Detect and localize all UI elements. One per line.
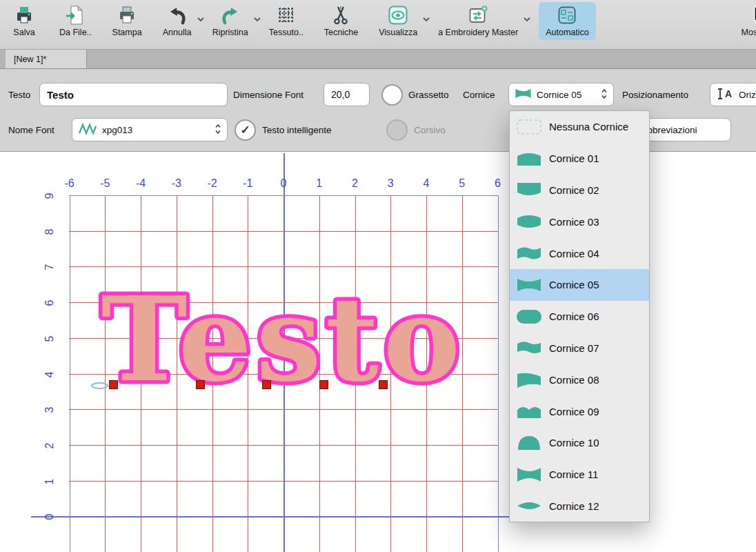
- frame-shape-icon: [515, 118, 543, 136]
- menu-item-label: Cornice 11: [549, 469, 598, 480]
- y-axis-tick-label: 3: [43, 407, 56, 413]
- toolbar-item-label: Annulla: [163, 28, 192, 37]
- frame-label: Cornice: [463, 83, 495, 108]
- toolbar-item-salva[interactable]: Salva: [10, 5, 39, 37]
- smart-text-label: Testo intelligente: [262, 118, 332, 143]
- menu-item-label: Cornice 04: [549, 248, 599, 259]
- frame-shape-icon: [515, 434, 543, 452]
- toolbar-item-da-file[interactable]: Da File..: [59, 5, 92, 37]
- stitch-point-marker[interactable]: [319, 380, 328, 389]
- font-select[interactable]: xpg013: [72, 118, 228, 141]
- menu-item-cornice-04[interactable]: Cornice 04: [510, 237, 649, 269]
- toolbar-item-label: Visualizza: [379, 28, 417, 37]
- toolbar-item-label: Stampa: [112, 28, 142, 37]
- y-axis-tick-label: 9: [43, 193, 56, 199]
- x-axis-tick-label: 5: [459, 177, 465, 190]
- x-axis-tick-label: -5: [100, 177, 110, 190]
- x-axis-tick-label: -3: [172, 177, 181, 190]
- toolbar-item-label: a Embroidery Master: [438, 28, 518, 37]
- toolbar-item-mostra-ai[interactable]: Mostra ai: [742, 5, 756, 37]
- smart-text-checkbox[interactable]: ✓: [235, 119, 256, 141]
- toolbar-item-a-embroidery-master[interactable]: a Embroidery Master: [438, 5, 518, 37]
- stitch-point-marker[interactable]: [196, 380, 205, 389]
- view-icon: [388, 5, 408, 26]
- bold-label: Grassetto: [408, 83, 449, 108]
- grid-line-horizontal: [69, 445, 498, 446]
- frame-select-value: Cornice 05: [537, 90, 596, 100]
- menu-item-nessuna-cornice[interactable]: Nessuna Cornice: [510, 111, 649, 143]
- menu-item-cornice-02[interactable]: Cornice 02: [510, 175, 649, 206]
- x-axis-tick-label: -2: [207, 177, 217, 190]
- start-point-marker: [91, 382, 108, 389]
- menu-item-cornice-09[interactable]: Cornice 09: [510, 395, 649, 427]
- menu-item-label: Cornice 09: [549, 406, 599, 417]
- chevron-down-icon[interactable]: [523, 12, 531, 25]
- techniques-icon: [330, 5, 351, 26]
- menu-item-label: Cornice 06: [549, 310, 599, 322]
- toolbar-item-stampa[interactable]: Stampa: [112, 5, 142, 37]
- x-axis-tick-label: 2: [352, 177, 358, 190]
- chevron-down-icon[interactable]: [197, 12, 205, 25]
- grid-line-horizontal: [69, 481, 498, 482]
- frame-shape-icon: [515, 244, 543, 262]
- menu-item-cornice-10[interactable]: Cornice 10: [510, 427, 649, 459]
- toolbar-item-tessuto[interactable]: Tessuto..: [269, 5, 304, 37]
- menu-item-label: Cornice 05: [549, 279, 599, 290]
- text-orientation-icon: A: [716, 88, 734, 102]
- placement-select[interactable]: A Oriz: [710, 83, 756, 106]
- import-file-icon: [65, 5, 86, 26]
- frame-shape-icon: [515, 466, 543, 484]
- menu-item-cornice-07[interactable]: Cornice 07: [510, 333, 649, 364]
- font-size-input[interactable]: [324, 83, 370, 106]
- check-icon: ✓: [240, 123, 250, 137]
- menu-item-cornice-12[interactable]: Cornice 12: [510, 491, 649, 522]
- italic-label: Corsivo: [414, 118, 446, 143]
- ai-cursor-icon: [748, 5, 756, 26]
- y-axis-tick-label: 5: [43, 335, 56, 342]
- toolbar-item-ripristina[interactable]: Ripristina: [212, 5, 248, 37]
- frame-select[interactable]: Cornice 05: [508, 83, 614, 106]
- document-tab-bar: [New 1]*: [0, 50, 756, 69]
- embroidery-text-glyphs: Testo: [101, 275, 465, 406]
- frame-shape-icon: [515, 308, 543, 326]
- menu-item-cornice-03[interactable]: Cornice 03: [510, 206, 649, 237]
- menu-item-cornice-05[interactable]: Cornice 05: [510, 269, 649, 301]
- chevron-down-icon[interactable]: [422, 12, 430, 25]
- x-axis-tick-label: -4: [136, 177, 146, 190]
- toolbar-item-annulla[interactable]: Annulla: [163, 5, 192, 37]
- y-axis-tick-label: 1: [43, 478, 56, 484]
- text-input[interactable]: [39, 83, 228, 106]
- toolbar-item-label: Tecniche: [324, 28, 358, 37]
- stitch-font-icon: [78, 123, 97, 137]
- toolbar-item-tecniche[interactable]: Tecniche: [324, 5, 358, 37]
- toolbar-item-automatico[interactable]: Automatico: [539, 2, 596, 40]
- updown-chevron-icon: [215, 123, 221, 137]
- embroidery-text-object[interactable]: Testo: [86, 275, 479, 406]
- frame-dropdown-menu: Nessuna CorniceCornice 01Cornice 02Corni…: [509, 110, 650, 522]
- chevron-down-icon[interactable]: [253, 12, 261, 25]
- automatic-icon: [557, 5, 577, 26]
- menu-item-cornice-08[interactable]: Cornice 08: [510, 364, 649, 395]
- grid-line-horizontal: [69, 409, 498, 410]
- tab-new-1[interactable]: [New 1]*: [6, 50, 87, 68]
- menu-item-cornice-01[interactable]: Cornice 01: [510, 143, 649, 175]
- stitch-point-marker[interactable]: [379, 380, 388, 389]
- toolbar-item-label: Mostra ai: [742, 28, 756, 37]
- toolbar-item-label: Ripristina: [212, 28, 248, 37]
- toolbar-item-label: Automatico: [546, 28, 589, 37]
- menu-item-label: Cornice 10: [549, 437, 599, 448]
- stitch-point-marker[interactable]: [109, 380, 118, 389]
- menu-item-cornice-11[interactable]: Cornice 11: [510, 459, 649, 491]
- toolbar-item-visualizza[interactable]: Visualizza: [379, 5, 417, 37]
- redo-icon: [220, 5, 241, 26]
- menu-item-cornice-06[interactable]: Cornice 06: [510, 301, 649, 333]
- stitch-point-marker[interactable]: [262, 380, 271, 389]
- y-axis-tick-label: 6: [43, 300, 56, 306]
- frame-shape-icon: [515, 213, 543, 230]
- menu-item-label: Cornice 02: [549, 184, 599, 196]
- testo-field-label: Testo: [8, 83, 30, 108]
- bold-radio[interactable]: [381, 84, 403, 106]
- menu-item-label: Cornice 03: [549, 216, 599, 228]
- x-axis-tick-label: -6: [64, 177, 74, 190]
- x-axis-tick-label: 3: [388, 177, 394, 190]
